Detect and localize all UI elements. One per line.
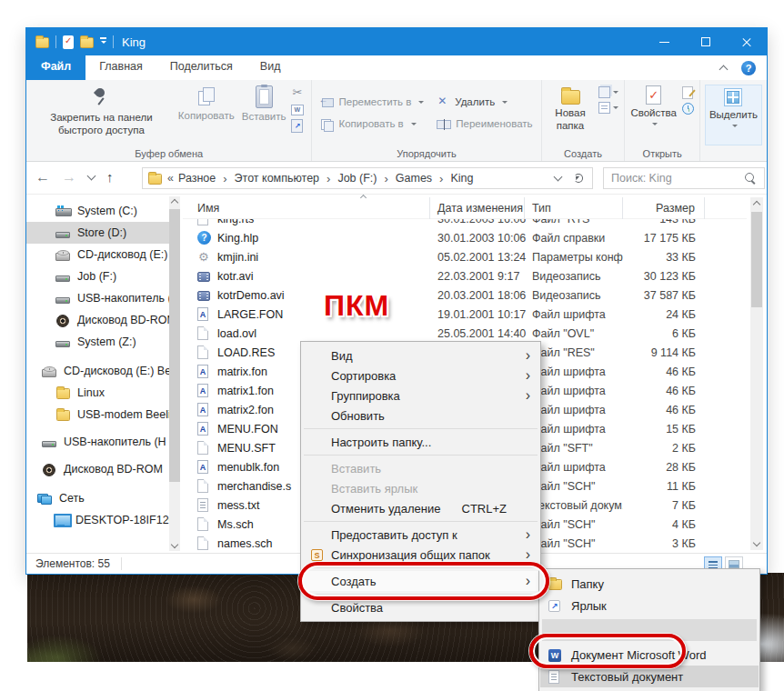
sidebar-item[interactable]: Дисковод BD-ROM	[26, 309, 170, 331]
breadcrumb-collapsed-marker[interactable]: «	[167, 172, 174, 185]
context-menu-item[interactable]: Вставить ярлык	[302, 478, 539, 498]
sidebar-item[interactable]: Дисковод BD-ROM	[26, 458, 170, 480]
help-icon[interactable]	[741, 61, 756, 75]
context-menu-item[interactable]: Вид ›	[302, 346, 539, 366]
qat-new-folder-icon[interactable]	[80, 37, 94, 48]
address-bar-row: « РазноеЭтот компьютерJob (F:)GamesKing …	[26, 162, 767, 195]
context-menu-item[interactable]: Настроить папку...	[302, 432, 539, 452]
rename-button[interactable]: Переименовать	[430, 113, 538, 135]
context-menu-item[interactable]	[304, 521, 538, 522]
history-icon[interactable]	[682, 103, 694, 115]
context-menu-item[interactable]: Свойства	[302, 597, 539, 617]
table-row[interactable]: King.hlp 30.01.2003 10:06 Файл справки 1…	[183, 228, 747, 247]
copy-button[interactable]: Копировать	[175, 83, 238, 123]
table-row[interactable]: kotr.avi 22.03.2001 9:17 Видеозапись 30 …	[183, 266, 747, 285]
file-icon	[197, 307, 208, 321]
copy-path-icon[interactable]	[291, 105, 304, 115]
select-button[interactable]: Выделить	[706, 85, 761, 145]
ribbon-group-open: Свойства Открыть	[625, 80, 700, 161]
sidebar-scrollbar[interactable]	[169, 196, 180, 551]
scrollbar-thumb[interactable]	[169, 209, 180, 482]
column-header-type[interactable]: Тип	[525, 197, 623, 219]
submenu-item[interactable]: Текстовый документ	[540, 666, 759, 687]
tab-share[interactable]: Поделиться	[156, 55, 246, 80]
context-menu-item[interactable]: Обновить	[302, 406, 539, 426]
sidebar-item-label: CD-дисковод (E:) B	[77, 248, 170, 261]
sidebar-item[interactable]: System (C:)	[26, 200, 170, 222]
copy-to-button[interactable]: Копировать в	[314, 113, 430, 135]
close-button[interactable]	[726, 28, 767, 55]
table-row[interactable]: LARGE.FON 19.01.2001 10:17 Файл шрифта 2…	[183, 305, 747, 324]
context-menu-item[interactable]	[304, 428, 538, 429]
recent-locations-icon[interactable]	[87, 172, 96, 181]
maximize-button[interactable]	[685, 28, 726, 55]
sidebar-item[interactable]: Linux	[26, 382, 170, 404]
pin-quick-access-button[interactable]: Закрепить на панели быстрого доступа	[28, 83, 175, 136]
qat-customize-icon[interactable]	[100, 37, 106, 45]
breadcrumb-segment[interactable]: King	[432, 172, 473, 185]
tab-home[interactable]: Главная	[85, 55, 156, 80]
sidebar-item[interactable]: Store (D:)	[26, 222, 170, 244]
sidebar-item[interactable]: USB-накопитель (	[26, 287, 170, 309]
context-menu-item[interactable]	[304, 455, 538, 456]
properties-button[interactable]: Свойства	[627, 83, 680, 128]
breadcrumb-segment[interactable]: Этот компьютер	[216, 172, 319, 185]
scrollbar-thumb[interactable]	[751, 212, 762, 307]
scroll-down-icon[interactable]	[170, 541, 177, 548]
sidebar-item[interactable]: System (Z:)	[26, 331, 170, 353]
scroll-up-icon[interactable]	[752, 201, 759, 208]
up-icon[interactable]	[106, 169, 114, 185]
sidebar-item[interactable]: CD-дисковод (E:) B	[26, 244, 170, 265]
forward-icon[interactable]	[62, 169, 76, 185]
context-menu-item[interactable]: Предоставить доступ к ›	[302, 525, 539, 545]
file-size: 9 114 КБ	[623, 346, 705, 359]
column-header-name[interactable]: Имя	[183, 197, 430, 219]
paste-shortcut-icon[interactable]	[291, 119, 303, 133]
table-row[interactable]: kmjin.ini 05.02.2001 13:24 Параметры кон…	[183, 247, 747, 266]
breadcrumb-segment[interactable]: Разное	[178, 172, 216, 185]
qat-properties-icon[interactable]	[63, 35, 74, 49]
scroll-down-icon[interactable]	[752, 539, 759, 546]
cut-icon[interactable]	[291, 86, 306, 101]
column-header-date[interactable]: Дата изменения	[430, 197, 525, 219]
search-icon[interactable]	[745, 173, 757, 185]
table-row[interactable]: kotrDemo.avi 20.03.2001 18:06 Видеозапис…	[183, 285, 747, 305]
paste-button[interactable]: Вставить	[238, 83, 290, 124]
sidebar-item[interactable]: DESKTOP-18IF12O	[26, 509, 170, 531]
move-to-button[interactable]: Переместить в	[314, 91, 430, 113]
sidebar-item-icon	[37, 493, 52, 505]
address-dropdown-icon[interactable]	[554, 173, 563, 182]
column-header-size[interactable]: Размер	[623, 197, 705, 219]
delete-button[interactable]: Удалить	[430, 91, 538, 113]
menu-item-label: Вид	[331, 349, 353, 363]
scroll-up-icon[interactable]	[170, 199, 177, 206]
tab-view[interactable]: Вид	[246, 55, 295, 80]
search-input[interactable]: Поиск: King	[603, 167, 765, 189]
tab-file[interactable]: Файл	[26, 55, 85, 80]
sidebar-item[interactable]: USB-накопитель (H	[26, 431, 170, 453]
sidebar-item[interactable]: Сеть	[26, 487, 170, 509]
new-item-icon[interactable]	[598, 86, 610, 98]
new-folder-button[interactable]: Новая папка	[544, 83, 598, 132]
sidebar-item[interactable]: USB-modem Beeli	[26, 404, 170, 426]
context-menu-item[interactable]: Группировка ›	[302, 386, 539, 406]
context-menu-item[interactable]: Отменить удаление CTRL+Z	[302, 498, 539, 518]
breadcrumb-segment[interactable]: Games	[377, 172, 432, 185]
breadcrumb[interactable]: « РазноеЭтот компьютерJob (F:)GamesKing	[142, 167, 593, 189]
sidebar-item[interactable]: CD-дисковод (E:) Be	[26, 360, 170, 382]
collapse-ribbon-icon[interactable]	[719, 65, 729, 75]
breadcrumb-segment[interactable]: Job (F:)	[319, 172, 377, 185]
submenu-item[interactable]: Папку	[540, 573, 759, 595]
context-menu-item[interactable]: Сортировка ›	[302, 366, 539, 386]
submenu-item[interactable]: Ярлык	[540, 595, 759, 616]
edit-icon[interactable]	[682, 86, 693, 99]
sidebar-item[interactable]: Job (F:)	[26, 265, 170, 287]
refresh-icon[interactable]	[573, 173, 584, 184]
table-row[interactable]: load.ovl 25.05.2001 14:40 Файл "OVL" 6 К…	[183, 324, 747, 343]
back-icon[interactable]	[35, 169, 50, 185]
minimize-button[interactable]	[644, 28, 685, 55]
file-icon	[197, 250, 212, 265]
easy-access-icon[interactable]	[598, 102, 610, 114]
context-menu-item[interactable]: Вставить	[302, 458, 539, 478]
filelist-scrollbar[interactable]	[750, 197, 763, 550]
